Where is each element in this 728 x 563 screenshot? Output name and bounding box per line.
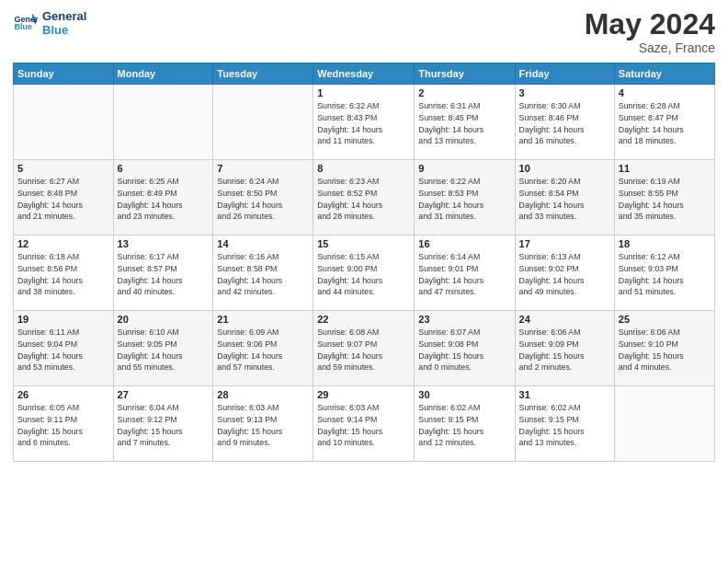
day-info: Sunrise: 6:23 AM Sunset: 8:52 PM Dayligh… — [317, 176, 410, 223]
calendar-cell: 12Sunrise: 6:18 AM Sunset: 8:56 PM Dayli… — [14, 236, 114, 311]
calendar-cell: 16Sunrise: 6:14 AM Sunset: 9:01 PM Dayli… — [415, 236, 515, 311]
day-number: 15 — [317, 238, 410, 249]
day-info: Sunrise: 6:31 AM Sunset: 8:45 PM Dayligh… — [418, 100, 510, 147]
day-info: Sunrise: 6:03 AM Sunset: 9:13 PM Dayligh… — [217, 402, 309, 449]
calendar-cell: 10Sunrise: 6:20 AM Sunset: 8:54 PM Dayli… — [515, 160, 614, 236]
day-number: 28 — [217, 389, 309, 400]
calendar-cell: 7Sunrise: 6:24 AM Sunset: 8:50 PM Daylig… — [213, 160, 313, 236]
calendar-cell: 8Sunrise: 6:23 AM Sunset: 8:52 PM Daylig… — [313, 160, 415, 236]
weekday-header-monday: Monday — [113, 63, 213, 85]
day-number: 17 — [519, 238, 610, 249]
calendar-cell: 11Sunrise: 6:19 AM Sunset: 8:55 PM Dayli… — [614, 160, 714, 236]
calendar-cell: 15Sunrise: 6:15 AM Sunset: 9:00 PM Dayli… — [313, 236, 415, 311]
day-info: Sunrise: 6:25 AM Sunset: 8:49 PM Dayligh… — [118, 176, 210, 223]
page-header: General Blue General Blue May 2024 Saze,… — [13, 9, 715, 55]
day-info: Sunrise: 6:08 AM Sunset: 9:07 PM Dayligh… — [317, 327, 410, 373]
calendar-cell: 6Sunrise: 6:25 AM Sunset: 8:49 PM Daylig… — [113, 160, 213, 236]
weekday-header-saturday: Saturday — [614, 63, 714, 85]
day-info: Sunrise: 6:20 AM Sunset: 8:54 PM Dayligh… — [519, 176, 610, 223]
calendar-week-4: 19Sunrise: 6:11 AM Sunset: 9:04 PM Dayli… — [14, 311, 715, 386]
day-number: 1 — [317, 87, 410, 98]
day-number: 16 — [418, 238, 510, 249]
calendar-cell: 13Sunrise: 6:17 AM Sunset: 8:57 PM Dayli… — [113, 236, 213, 311]
day-info: Sunrise: 6:04 AM Sunset: 9:12 PM Dayligh… — [118, 402, 210, 449]
calendar-cell: 1Sunrise: 6:32 AM Sunset: 8:43 PM Daylig… — [313, 85, 415, 160]
day-info: Sunrise: 6:32 AM Sunset: 8:43 PM Dayligh… — [317, 100, 410, 147]
calendar-cell: 29Sunrise: 6:03 AM Sunset: 9:14 PM Dayli… — [313, 386, 415, 462]
weekday-header-sunday: Sunday — [14, 63, 114, 85]
day-info: Sunrise: 6:03 AM Sunset: 9:14 PM Dayligh… — [317, 402, 410, 449]
logo-blue: Blue — [42, 23, 86, 37]
calendar-cell: 25Sunrise: 6:06 AM Sunset: 9:10 PM Dayli… — [614, 311, 714, 386]
day-info: Sunrise: 6:02 AM Sunset: 9:15 PM Dayligh… — [418, 402, 510, 449]
day-number: 4 — [619, 87, 711, 98]
day-number: 8 — [317, 163, 410, 174]
day-info: Sunrise: 6:06 AM Sunset: 9:10 PM Dayligh… — [619, 327, 711, 373]
day-number: 7 — [217, 163, 309, 174]
day-number: 26 — [17, 389, 109, 400]
calendar-cell: 21Sunrise: 6:09 AM Sunset: 9:06 PM Dayli… — [213, 311, 313, 386]
day-info: Sunrise: 6:18 AM Sunset: 8:56 PM Dayligh… — [17, 251, 109, 298]
day-number: 6 — [118, 163, 210, 174]
calendar-cell: 9Sunrise: 6:22 AM Sunset: 8:53 PM Daylig… — [415, 160, 515, 236]
day-info: Sunrise: 6:06 AM Sunset: 9:09 PM Dayligh… — [519, 327, 610, 373]
day-info: Sunrise: 6:11 AM Sunset: 9:04 PM Dayligh… — [17, 327, 109, 373]
svg-text:Blue: Blue — [14, 22, 32, 31]
day-info: Sunrise: 6:09 AM Sunset: 9:06 PM Dayligh… — [217, 327, 309, 373]
calendar-cell: 24Sunrise: 6:06 AM Sunset: 9:09 PM Dayli… — [515, 311, 614, 386]
day-info: Sunrise: 6:07 AM Sunset: 9:08 PM Dayligh… — [418, 327, 510, 373]
calendar-cell — [614, 386, 714, 462]
day-number: 11 — [619, 163, 711, 174]
calendar-cell: 17Sunrise: 6:13 AM Sunset: 9:02 PM Dayli… — [515, 236, 614, 311]
day-info: Sunrise: 6:24 AM Sunset: 8:50 PM Dayligh… — [217, 176, 309, 223]
weekday-header-wednesday: Wednesday — [313, 63, 415, 85]
calendar-cell: 20Sunrise: 6:10 AM Sunset: 9:05 PM Dayli… — [113, 311, 213, 386]
day-info: Sunrise: 6:19 AM Sunset: 8:55 PM Dayligh… — [619, 176, 711, 223]
weekday-header-tuesday: Tuesday — [213, 63, 313, 85]
calendar-cell: 3Sunrise: 6:30 AM Sunset: 8:46 PM Daylig… — [515, 85, 614, 160]
month-title: May 2024 — [585, 9, 715, 39]
calendar-table: SundayMondayTuesdayWednesdayThursdayFrid… — [13, 63, 715, 462]
day-info: Sunrise: 6:13 AM Sunset: 9:02 PM Dayligh… — [519, 251, 610, 298]
day-number: 21 — [217, 314, 309, 325]
day-number: 3 — [519, 87, 610, 98]
calendar-cell: 22Sunrise: 6:08 AM Sunset: 9:07 PM Dayli… — [313, 311, 415, 386]
day-info: Sunrise: 6:12 AM Sunset: 9:03 PM Dayligh… — [619, 251, 711, 298]
day-info: Sunrise: 6:14 AM Sunset: 9:01 PM Dayligh… — [418, 251, 510, 298]
day-number: 14 — [217, 238, 309, 249]
day-number: 9 — [418, 163, 510, 174]
calendar-cell: 26Sunrise: 6:05 AM Sunset: 9:11 PM Dayli… — [14, 386, 114, 462]
day-number: 30 — [418, 389, 510, 400]
weekday-header-thursday: Thursday — [415, 63, 515, 85]
day-info: Sunrise: 6:05 AM Sunset: 9:11 PM Dayligh… — [17, 402, 109, 449]
calendar-week-3: 12Sunrise: 6:18 AM Sunset: 8:56 PM Dayli… — [14, 236, 715, 311]
day-number: 23 — [418, 314, 510, 325]
day-info: Sunrise: 6:02 AM Sunset: 9:15 PM Dayligh… — [519, 402, 610, 449]
calendar-cell: 27Sunrise: 6:04 AM Sunset: 9:12 PM Dayli… — [113, 386, 213, 462]
calendar-cell: 5Sunrise: 6:27 AM Sunset: 8:48 PM Daylig… — [14, 160, 114, 236]
day-info: Sunrise: 6:28 AM Sunset: 8:47 PM Dayligh… — [619, 100, 711, 147]
day-info: Sunrise: 6:30 AM Sunset: 8:46 PM Dayligh… — [519, 100, 610, 147]
day-info: Sunrise: 6:22 AM Sunset: 8:53 PM Dayligh… — [418, 176, 510, 223]
calendar-cell: 28Sunrise: 6:03 AM Sunset: 9:13 PM Dayli… — [213, 386, 313, 462]
calendar-cell: 30Sunrise: 6:02 AM Sunset: 9:15 PM Dayli… — [415, 386, 515, 462]
calendar-cell: 23Sunrise: 6:07 AM Sunset: 9:08 PM Dayli… — [415, 311, 515, 386]
day-number: 2 — [418, 87, 510, 98]
day-info: Sunrise: 6:27 AM Sunset: 8:48 PM Dayligh… — [17, 176, 109, 223]
day-info: Sunrise: 6:15 AM Sunset: 9:00 PM Dayligh… — [317, 251, 410, 298]
day-number: 24 — [519, 314, 610, 325]
day-info: Sunrise: 6:10 AM Sunset: 9:05 PM Dayligh… — [118, 327, 210, 373]
day-number: 31 — [519, 389, 610, 400]
logo-icon: General Blue — [13, 10, 39, 36]
calendar-cell: 14Sunrise: 6:16 AM Sunset: 8:58 PM Dayli… — [213, 236, 313, 311]
day-number: 27 — [118, 389, 210, 400]
calendar-cell: 18Sunrise: 6:12 AM Sunset: 9:03 PM Dayli… — [614, 236, 714, 311]
day-number: 13 — [118, 238, 210, 249]
calendar-cell: 4Sunrise: 6:28 AM Sunset: 8:47 PM Daylig… — [614, 85, 714, 160]
calendar-cell — [14, 85, 114, 160]
calendar-cell — [213, 85, 313, 160]
day-number: 10 — [519, 163, 610, 174]
calendar-week-2: 5Sunrise: 6:27 AM Sunset: 8:48 PM Daylig… — [14, 160, 715, 236]
title-block: May 2024 Saze, France — [585, 9, 715, 55]
calendar-cell: 31Sunrise: 6:02 AM Sunset: 9:15 PM Dayli… — [515, 386, 614, 462]
